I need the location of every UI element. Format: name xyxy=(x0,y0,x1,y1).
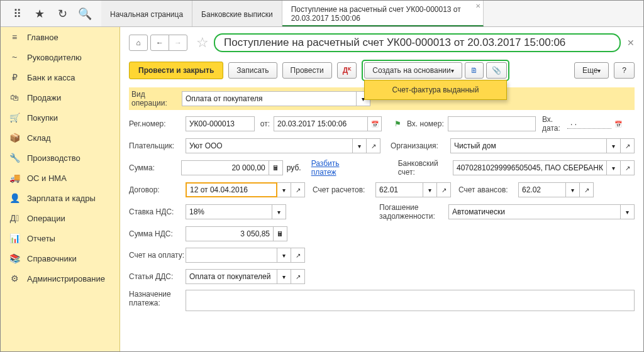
purpose-field[interactable] xyxy=(186,290,635,311)
org-field[interactable]: Чистый дом xyxy=(450,138,607,153)
help-button[interactable]: ? xyxy=(614,62,635,79)
reg-no-field[interactable]: УК00-000013 xyxy=(186,116,255,131)
apps-icon[interactable]: ⠿ xyxy=(9,6,25,21)
calculator-icon[interactable]: 🖩 xyxy=(274,226,287,241)
currency-label: руб. xyxy=(287,163,301,172)
dds-field[interactable]: Оплата от покупателей xyxy=(186,269,277,284)
op-type-label: Вид операции: xyxy=(131,90,182,107)
chevron-down-icon[interactable]: ▾ xyxy=(607,160,621,175)
main-header: ⌂ ← → ☆ Поступление на расчетный счет УК… xyxy=(120,27,643,56)
wrench-icon: 🔧 xyxy=(8,153,21,163)
box-icon: 📦 xyxy=(8,133,21,143)
sidebar-item-label: Зарплата и кадры xyxy=(27,194,96,203)
chevron-down-icon[interactable]: ▾ xyxy=(621,204,635,219)
star-icon[interactable]: ★ xyxy=(32,6,47,21)
open-icon[interactable]: ↗ xyxy=(580,182,594,197)
bag-icon: 🛍 xyxy=(8,92,21,102)
debt-label: Погашение задолженности: xyxy=(379,203,448,221)
settle-acc-field[interactable]: 62.01 xyxy=(375,182,423,197)
open-icon[interactable]: ↗ xyxy=(621,160,635,175)
vat-sum-field[interactable]: 3 050,85 xyxy=(186,226,274,241)
sidebar-item-main[interactable]: ≡Главное xyxy=(1,27,119,47)
sidebar-item-manager[interactable]: ~Руководителю xyxy=(1,47,119,67)
calendar-icon[interactable]: 📅 xyxy=(368,116,382,131)
chevron-down-icon[interactable]: ▾ xyxy=(423,182,437,197)
chevron-down-icon[interactable]: ▾ xyxy=(272,204,286,219)
debt-field[interactable]: Автоматически xyxy=(448,204,621,219)
open-icon[interactable]: ↗ xyxy=(291,182,305,197)
ext-date-field[interactable]: . . xyxy=(567,116,611,129)
sidebar-item-label: Банк и касса xyxy=(27,73,75,82)
sidebar-item-reports[interactable]: 📊Отчеты xyxy=(1,228,119,248)
sidebar-item-purchase[interactable]: 🛒Покупки xyxy=(1,107,119,128)
calculator-icon[interactable]: 🖩 xyxy=(269,160,283,175)
open-icon[interactable]: ↗ xyxy=(437,182,451,197)
split-payment-link[interactable]: Разбить платеж xyxy=(311,159,362,177)
vat-rate-field[interactable]: 18% xyxy=(186,204,272,219)
chevron-down-icon[interactable]: ▾ xyxy=(607,138,621,153)
home-button[interactable]: ⌂ xyxy=(129,35,148,51)
sidebar-item-assets[interactable]: 🚚ОС и НМА xyxy=(1,168,119,188)
save-button[interactable]: Записать xyxy=(228,62,277,79)
chevron-down-icon[interactable]: ▾ xyxy=(277,248,291,263)
advance-acc-field[interactable]: 62.02 xyxy=(518,182,566,197)
org-label: Организация: xyxy=(391,141,450,150)
chevron-down-icon[interactable]: ▾ xyxy=(277,269,291,284)
tab-label: Поступление на расчетный счет УК00-00001… xyxy=(291,5,474,23)
search-icon[interactable]: 🔍 xyxy=(77,6,92,21)
purpose-label: Назначение платежа: xyxy=(129,290,186,307)
contract-field[interactable]: 12 от 04.04.2016 xyxy=(186,182,277,197)
print-icon[interactable]: 🗎 xyxy=(465,62,484,79)
open-icon[interactable]: ↗ xyxy=(291,269,305,284)
open-icon[interactable]: ↗ xyxy=(367,138,380,153)
sidebar-item-label: Справочники xyxy=(27,254,77,263)
topbar-icons: ⠿ ★ ↻ 🔍 xyxy=(1,1,101,26)
tab-home[interactable]: Начальная страница xyxy=(101,1,192,26)
chevron-down-icon[interactable]: ▾ xyxy=(277,182,291,197)
close-icon[interactable]: ✕ xyxy=(475,3,480,9)
books-icon: 📚 xyxy=(8,253,21,263)
dropdown-item-invoice[interactable]: Счет-фактура выданный xyxy=(374,85,497,94)
sidebar-item-catalog[interactable]: 📚Справочники xyxy=(1,248,119,268)
pay-acc-field[interactable] xyxy=(186,248,277,263)
toolbar: Провести и закрыть Записать Провести Дᴷ … xyxy=(120,56,643,87)
open-icon[interactable]: ↗ xyxy=(291,248,305,263)
advance-acc-label: Счет авансов: xyxy=(458,185,518,194)
sidebar: ≡Главное ~Руководителю ₽Банк и касса 🛍Пр… xyxy=(1,27,120,352)
forward-button[interactable]: → xyxy=(169,35,187,51)
history-icon[interactable]: ↻ xyxy=(55,6,70,21)
chevron-down-icon[interactable]: ▾ xyxy=(353,138,367,153)
op-type-field[interactable]: Оплата от покупателя xyxy=(182,91,357,106)
sidebar-item-sales[interactable]: 🛍Продажи xyxy=(1,87,119,107)
post-button[interactable]: Провести xyxy=(282,62,332,79)
gear-icon: ⚙ xyxy=(8,273,21,283)
postings-icon[interactable]: Дᴷ xyxy=(337,62,357,79)
vat-rate-label: Ставка НДС: xyxy=(129,207,186,216)
sidebar-item-label: Администрирование xyxy=(27,274,105,283)
chevron-down-icon[interactable]: ▾ xyxy=(566,182,580,197)
open-icon[interactable]: ↗ xyxy=(621,138,635,153)
more-button[interactable]: Еще xyxy=(574,62,609,79)
post-and-close-button[interactable]: Провести и закрыть xyxy=(129,62,223,79)
ext-no-field[interactable] xyxy=(448,116,536,131)
sidebar-item-salary[interactable]: 👤Зарплата и кадры xyxy=(1,188,119,208)
sidebar-item-bank[interactable]: ₽Банк и касса xyxy=(1,67,119,87)
sidebar-item-admin[interactable]: ⚙Администрирование xyxy=(1,268,119,289)
sum-field[interactable]: 20 000,00 xyxy=(181,160,269,175)
attach-icon[interactable]: 📎 xyxy=(486,62,507,79)
bank-acc-field[interactable]: 40702810299996505045, ПАО СБЕРБАНК xyxy=(453,160,607,175)
tab-bank-statements[interactable]: Банковские выписки xyxy=(192,1,282,26)
close-icon[interactable]: ✕ xyxy=(627,38,635,48)
payer-field[interactable]: Уют ООО xyxy=(186,138,353,153)
date-field[interactable]: 20.03.2017 15:00:06 xyxy=(274,116,368,131)
create-based-button[interactable]: Создать на основании xyxy=(364,62,462,79)
sidebar-item-label: Производство xyxy=(27,153,80,163)
sidebar-item-production[interactable]: 🔧Производство xyxy=(1,148,119,168)
sidebar-item-label: Склад xyxy=(27,133,51,143)
tab-receipt[interactable]: Поступление на расчетный счет УК00-00001… xyxy=(282,1,484,26)
sidebar-item-warehouse[interactable]: 📦Склад xyxy=(1,128,119,148)
favorite-icon[interactable]: ☆ xyxy=(196,35,209,51)
calendar-icon[interactable]: 📅 xyxy=(611,116,625,131)
sidebar-item-operations[interactable]: ДͯОперации xyxy=(1,208,119,228)
back-button[interactable]: ← xyxy=(150,35,169,51)
